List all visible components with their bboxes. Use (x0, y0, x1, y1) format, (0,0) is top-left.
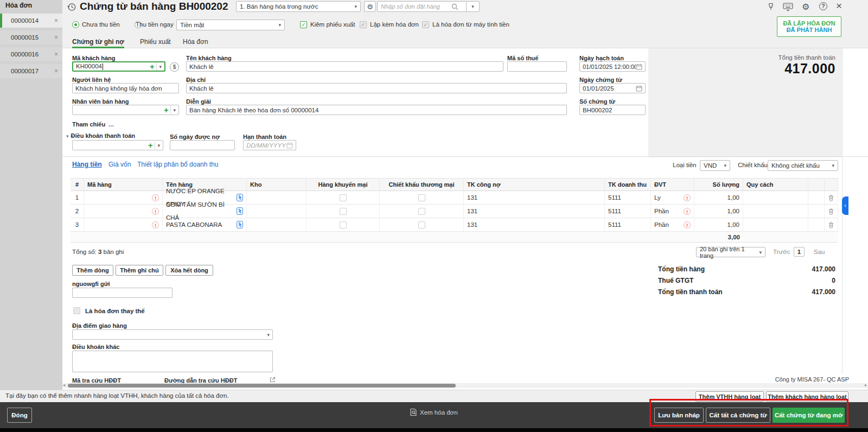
delete-row-button[interactable] (825, 205, 838, 218)
close-icon[interactable]: × (54, 64, 58, 78)
delete-row-button[interactable] (825, 218, 838, 232)
close-icon[interactable]: × (54, 30, 58, 45)
revenue-account-cell[interactable]: 5111 (605, 218, 651, 232)
tab-revenue-allocation[interactable]: Thiết lập phân bổ doanh thu (137, 161, 218, 168)
delete-row-button[interactable] (825, 191, 838, 205)
col-header-promo[interactable]: Hàng khuyến mại (307, 178, 380, 191)
warehouse-cell[interactable] (247, 205, 307, 218)
history-icon[interactable] (67, 2, 76, 12)
close-icon[interactable]: × (54, 14, 58, 28)
discount-select[interactable]: Không chiết khấu ▾ (768, 160, 838, 171)
trade-discount-cell[interactable] (380, 218, 464, 232)
currency-dollar-icon[interactable]: $ (170, 62, 179, 72)
debt-account-cell[interactable]: 131 (464, 205, 605, 218)
unit-cell[interactable]: Phần! (651, 218, 694, 232)
save-open-document-button[interactable]: Cất chứng từ đang mở (773, 408, 845, 423)
add-items-bulk-button[interactable]: Thêm VTHH hàng loạt (695, 391, 764, 402)
col-header-spec[interactable]: Quy cách (743, 178, 808, 191)
description-input[interactable]: Bán hàng Khách lẻ theo hóa đơn số 000000… (186, 105, 567, 115)
unit-cell[interactable]: Ly! (651, 191, 694, 205)
order-search-dropdown[interactable]: ▾ (467, 1, 480, 12)
checkbox-promo[interactable] (340, 194, 347, 201)
keyboard-icon[interactable] (783, 3, 793, 11)
pagination-page-input[interactable]: 1 (794, 247, 805, 257)
salesperson-input[interactable]: + ▾ (72, 105, 179, 115)
spec-cell[interactable] (743, 218, 808, 232)
delete-all-rows-button[interactable]: Xóa hết dòng (165, 265, 213, 276)
tab-debit-document[interactable]: Chứng từ ghi nợ (72, 38, 124, 48)
pin-icon[interactable] (767, 2, 775, 11)
item-code-cell[interactable]: ! (84, 205, 163, 218)
tab-cost-price[interactable]: Giá vốn (108, 161, 131, 168)
revenue-account-cell[interactable]: 5111 (605, 191, 651, 205)
checkbox-trade-discount[interactable] (418, 208, 425, 215)
revenue-account-cell[interactable]: 5111 (605, 205, 651, 218)
tax-code-input[interactable] (507, 61, 567, 72)
due-date-input[interactable]: DD/MM/YYYY (243, 140, 296, 150)
item-code-cell[interactable]: ! (84, 191, 163, 205)
checkbox-replacement-invoice[interactable] (73, 307, 80, 314)
posting-date-input[interactable]: 01/01/2025 12:00:00 (579, 61, 646, 72)
trade-discount-cell[interactable] (380, 205, 464, 218)
col-header-trade-discount[interactable]: Chiết khấu thương mại (380, 178, 464, 191)
table-row[interactable]: 3 ! PASTA CABONARA 131 5111 Phần! 1,00 (71, 218, 838, 232)
payment-method-select[interactable]: Tiền mặt ▾ (176, 20, 285, 30)
add-row-button[interactable]: Thêm dòng (72, 265, 113, 276)
quantity-cell[interactable]: 1,00 (694, 191, 743, 205)
promo-cell[interactable] (307, 205, 380, 218)
checkbox-trade-discount[interactable] (418, 194, 425, 201)
contact-input[interactable]: Khách hàng không lấy hóa đơn (72, 83, 179, 93)
doc-date-input[interactable]: 01/01/2025 (579, 83, 646, 93)
col-header-revenue-account[interactable]: TK doanh thu (605, 178, 651, 191)
chevron-down-icon[interactable]: ▾ (157, 143, 160, 148)
order-search-input[interactable] (381, 3, 451, 10)
debt-account-cell[interactable]: 131 (464, 191, 605, 205)
sidebar-item-invoice-00000016[interactable]: 00000016 × (0, 47, 62, 61)
calendar-icon[interactable] (286, 142, 293, 149)
order-settings-button[interactable]: ⚙ (364, 1, 376, 12)
panel-collapse-handle[interactable]: ‹ (842, 196, 848, 215)
chevron-down-icon[interactable]: ▾ (173, 107, 176, 113)
quantity-cell[interactable]: 1,00 (694, 218, 743, 232)
trade-discount-cell[interactable] (380, 191, 464, 205)
col-header-quantity[interactable]: Số lượng (694, 178, 743, 191)
item-detail-icon[interactable] (237, 194, 243, 201)
table-row[interactable]: 2 ! CƠM TẤM SƯỜN BÌ CHẢ 131 5111 Phần! 1… (71, 205, 838, 218)
pagination-next[interactable]: Sau (814, 249, 825, 255)
pagination-prev[interactable]: Trước (773, 249, 790, 255)
quantity-cell[interactable]: 1,00 (694, 205, 743, 218)
checkbox-with-invoice[interactable]: ✓ (360, 21, 367, 28)
scroll-right-icon[interactable]: ▸ (865, 383, 867, 387)
unit-cell[interactable]: Phần! (651, 205, 694, 218)
settings-gear-icon[interactable]: ⚙ (802, 2, 809, 12)
col-header-index[interactable]: # (71, 178, 84, 191)
close-window-icon[interactable]: × (836, 0, 842, 12)
checkbox-export-slip[interactable]: ✓ (300, 21, 307, 28)
col-header-unit[interactable]: ĐVT (651, 178, 694, 191)
checkbox-promo[interactable] (340, 208, 347, 215)
warehouse-cell[interactable] (247, 191, 307, 205)
scrollbar-thumb[interactable] (68, 384, 456, 387)
customer-name-input[interactable]: Khách lẻ (186, 61, 503, 72)
view-invoice-button[interactable]: Xem hóa đơn (410, 408, 458, 416)
payment-terms-input[interactable]: + ▾ (72, 140, 163, 150)
document-type-select[interactable]: 1. Bán hàng hóa trong nước ▾ (236, 1, 361, 12)
delivery-location-select[interactable]: ▾ (72, 329, 273, 340)
calendar-icon[interactable] (636, 63, 642, 70)
debt-account-cell[interactable]: 131 (464, 218, 605, 232)
doc-number-input[interactable]: BH000202 (579, 105, 646, 115)
radio-not-collected[interactable] (72, 21, 79, 28)
currency-select[interactable]: VND ▾ (700, 160, 730, 171)
promo-cell[interactable] (307, 191, 380, 205)
tab-export-slip[interactable]: Phiếu xuất (140, 38, 171, 48)
address-input[interactable]: Khách lẻ (186, 83, 567, 93)
checkbox-pos-invoice[interactable]: ✓ (422, 21, 429, 28)
debt-days-input[interactable] (170, 140, 235, 150)
customer-code-input[interactable]: KH00004 + ▾ (72, 61, 165, 72)
col-header-debt-account[interactable]: TK công nợ (464, 178, 605, 191)
item-detail-icon[interactable] (237, 207, 243, 215)
chevron-down-icon[interactable]: ▾ (267, 332, 270, 338)
tab-invoice[interactable]: Hóa đơn (183, 38, 208, 48)
help-icon[interactable]: ? (819, 2, 827, 10)
promo-cell[interactable] (307, 218, 380, 232)
